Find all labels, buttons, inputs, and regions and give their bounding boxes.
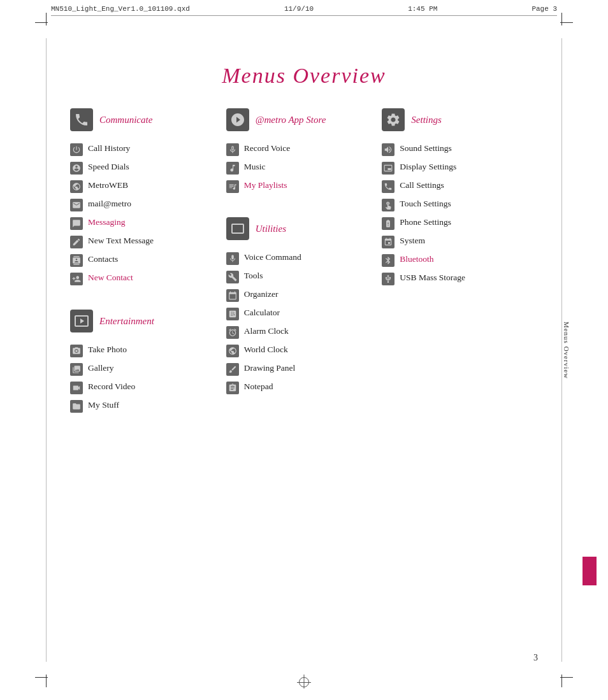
column-2: @metro App Store Record Voice Music My P…	[226, 108, 382, 649]
bluetooth-label: Bluetooth	[400, 254, 433, 266]
list-item: Alarm Clock	[226, 325, 382, 339]
crop-bottom-v	[304, 675, 305, 689]
communicate-title: Communicate	[99, 115, 152, 125]
system-icon	[382, 236, 394, 248]
list-item: MetroWEB	[70, 180, 226, 193]
messaging-icon	[70, 217, 83, 230]
list-item: Notepad	[226, 381, 382, 394]
communicate-icon	[70, 108, 93, 131]
column-1: Communicate Call History Speed Dials Met…	[70, 108, 226, 649]
appstore-list: Record Voice Music My Playlists	[226, 143, 382, 198]
touch-settings-icon	[382, 199, 394, 211]
organizer-icon	[226, 289, 239, 302]
tools-icon	[226, 271, 239, 283]
page-title: Menus Overview	[0, 64, 608, 88]
metroweb-icon	[70, 180, 83, 193]
list-item: Take Photo	[70, 344, 226, 357]
calculator-label: Calculator	[244, 307, 280, 319]
settings-list: Sound Settings Display Settings Call Set…	[382, 143, 538, 290]
settings-icon	[382, 108, 405, 131]
crop-mark-br-v	[561, 675, 562, 687]
voice-command-icon	[226, 252, 239, 265]
crop-mark-br-h	[560, 677, 573, 678]
world-clock-label: World Clock	[244, 344, 288, 356]
list-item: Organizer	[226, 289, 382, 302]
utilities-title: Utilities	[256, 224, 286, 234]
list-item: Tools	[226, 270, 382, 283]
list-item: USB Mass Storage	[382, 272, 538, 285]
usb-mass-storage-icon	[382, 273, 394, 285]
speed-dials-icon	[70, 162, 83, 175]
list-item: Display Settings	[382, 161, 538, 175]
settings-section-header: Settings	[382, 108, 538, 131]
header-date: 11/9/10	[284, 5, 314, 13]
record-voice-icon	[226, 143, 239, 156]
record-video-icon	[70, 382, 83, 394]
settings-title: Settings	[411, 115, 442, 125]
music-label: Music	[244, 161, 266, 173]
crop-mark-bl-v	[46, 675, 47, 687]
divider-left	[46, 38, 47, 662]
new-contact-label: New Contact	[88, 272, 133, 284]
list-item: Record Video	[70, 381, 226, 394]
header-page: Page 3	[532, 5, 557, 13]
tools-label: Tools	[244, 270, 263, 282]
record-voice-label: Record Voice	[244, 143, 291, 155]
column-3: Settings Sound Settings Display Settings…	[382, 108, 538, 649]
appstore-icon	[226, 108, 249, 131]
touch-settings-label: Touch Settings	[400, 198, 451, 210]
speed-dials-label: Speed Dials	[88, 161, 129, 173]
call-history-label: Call History	[88, 143, 130, 155]
list-item: Gallery	[70, 362, 226, 376]
list-item: mail@metro	[70, 198, 226, 211]
gallery-label: Gallery	[88, 362, 113, 375]
take-photo-icon	[70, 345, 83, 357]
my-playlists-icon	[226, 180, 239, 193]
list-item: Phone Settings	[382, 217, 538, 230]
entertainment-section-header: Entertainment	[70, 310, 226, 332]
list-item: System	[382, 235, 538, 248]
list-item: World Clock	[226, 344, 382, 357]
bluetooth-icon	[382, 254, 394, 267]
mail-metro-icon	[70, 199, 83, 211]
list-item: Record Voice	[226, 143, 382, 156]
drawing-panel-label: Drawing Panel	[244, 362, 296, 375]
call-settings-label: Call Settings	[400, 180, 444, 192]
sound-settings-icon	[382, 143, 394, 156]
entertainment-title: Entertainment	[99, 316, 154, 327]
list-item: Calculator	[226, 307, 382, 320]
crop-mark-tr-v	[561, 13, 562, 25]
list-item: Bluetooth	[382, 254, 538, 267]
utilities-icon	[226, 217, 249, 240]
display-settings-label: Display Settings	[400, 161, 456, 173]
my-stuff-icon	[70, 400, 83, 413]
sidebar-bar	[583, 557, 597, 585]
list-item: Contacts	[70, 254, 226, 267]
list-item: Music	[226, 161, 382, 175]
metroweb-label: MetroWEB	[88, 180, 128, 192]
appstore-section-header: @metro App Store	[226, 108, 382, 131]
contacts-label: Contacts	[88, 254, 118, 266]
list-item: My Playlists	[226, 180, 382, 193]
communicate-section-header: Communicate	[70, 108, 226, 131]
page-number: 3	[533, 653, 538, 663]
notepad-label: Notepad	[244, 381, 273, 393]
messaging-label: Messaging	[88, 217, 126, 229]
list-item: Sound Settings	[382, 143, 538, 156]
music-icon	[226, 162, 239, 175]
list-item: Voice Command	[226, 252, 382, 265]
phone-settings-icon	[382, 217, 394, 230]
crop-mark-tl-v	[46, 13, 47, 25]
call-settings-icon	[382, 180, 394, 193]
my-stuff-label: My Stuff	[88, 399, 119, 411]
entertainment-icon	[70, 310, 93, 332]
mail-metro-label: mail@metro	[88, 198, 131, 210]
entertainment-list: Take Photo Gallery Record Video My Stuff	[70, 344, 226, 418]
take-photo-label: Take Photo	[88, 344, 127, 356]
utilities-list: Voice Command Tools Organizer Calculator	[226, 252, 382, 399]
calculator-icon	[226, 308, 239, 320]
contacts-icon	[70, 254, 83, 267]
divider-right	[561, 38, 562, 662]
usb-mass-storage-label: USB Mass Storage	[400, 272, 465, 284]
new-contact-icon	[70, 273, 83, 285]
